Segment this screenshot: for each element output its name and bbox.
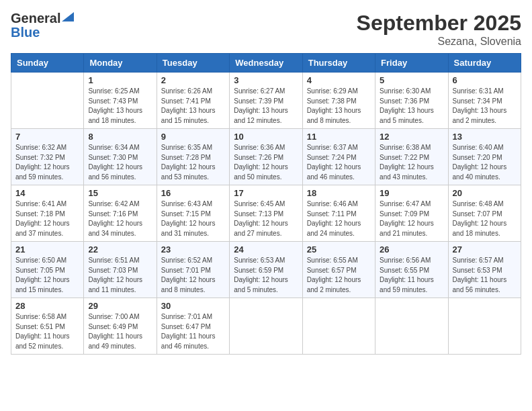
- day-info: Sunrise: 6:37 AMSunset: 7:24 PMDaylight:…: [307, 143, 371, 182]
- day-number: 20: [453, 188, 517, 198]
- logo: General Blue: [11, 11, 74, 39]
- day-number: 9: [161, 132, 225, 142]
- col-monday: Monday: [84, 54, 157, 73]
- day-number: 19: [380, 188, 443, 198]
- calendar-week-row: 21 Sunrise: 6:50 AMSunset: 7:05 PMDaylig…: [11, 242, 521, 298]
- page-header: General Blue September 2025 Sezana, Slov…: [11, 11, 521, 48]
- table-row: 2 Sunrise: 6:26 AMSunset: 7:41 PMDayligh…: [157, 73, 229, 129]
- table-row: 14 Sunrise: 6:41 AMSunset: 7:18 PMDaylig…: [11, 185, 84, 242]
- day-info: Sunrise: 6:46 AMSunset: 7:11 PMDaylight:…: [307, 199, 371, 238]
- day-info: Sunrise: 6:47 AMSunset: 7:09 PMDaylight:…: [380, 199, 443, 238]
- day-info: Sunrise: 6:52 AMSunset: 7:01 PMDaylight:…: [161, 256, 225, 295]
- day-info: Sunrise: 6:56 AMSunset: 6:55 PMDaylight:…: [380, 256, 443, 295]
- calendar-week-row: 1 Sunrise: 6:25 AMSunset: 7:43 PMDayligh…: [11, 73, 521, 129]
- title-block: September 2025 Sezana, Slovenia: [357, 11, 521, 48]
- day-number: 18: [307, 188, 371, 198]
- day-info: Sunrise: 6:40 AMSunset: 7:20 PMDaylight:…: [453, 143, 517, 182]
- calendar-table: Sunday Monday Tuesday Wednesday Thursday…: [11, 53, 521, 355]
- day-number: 4: [307, 75, 371, 85]
- day-number: 27: [453, 244, 517, 255]
- table-row: 15 Sunrise: 6:42 AMSunset: 7:16 PMDaylig…: [84, 185, 157, 242]
- day-number: 16: [161, 188, 225, 198]
- col-thursday: Thursday: [302, 54, 375, 73]
- table-row: 16 Sunrise: 6:43 AMSunset: 7:15 PMDaylig…: [157, 185, 229, 242]
- day-info: Sunrise: 6:42 AMSunset: 7:16 PMDaylight:…: [88, 199, 152, 238]
- table-row: 6 Sunrise: 6:31 AMSunset: 7:34 PMDayligh…: [448, 73, 521, 129]
- table-row: 27 Sunrise: 6:57 AMSunset: 6:53 PMDaylig…: [448, 242, 521, 298]
- table-row: 7 Sunrise: 6:32 AMSunset: 7:32 PMDayligh…: [11, 129, 84, 185]
- table-row: 17 Sunrise: 6:45 AMSunset: 7:13 PMDaylig…: [230, 185, 302, 242]
- table-row: 30 Sunrise: 7:01 AMSunset: 6:47 PMDaylig…: [157, 298, 229, 355]
- table-row: 24 Sunrise: 6:53 AMSunset: 6:59 PMDaylig…: [230, 242, 302, 298]
- table-row: [230, 298, 302, 355]
- table-row: 22 Sunrise: 6:51 AMSunset: 7:03 PMDaylig…: [84, 242, 157, 298]
- day-number: 8: [88, 132, 152, 142]
- table-row: 20 Sunrise: 6:48 AMSunset: 7:07 PMDaylig…: [448, 185, 521, 242]
- day-number: 29: [88, 301, 152, 311]
- day-number: 25: [307, 244, 371, 255]
- day-number: 28: [15, 301, 79, 311]
- table-row: 18 Sunrise: 6:46 AMSunset: 7:11 PMDaylig…: [302, 185, 375, 242]
- day-info: Sunrise: 6:38 AMSunset: 7:22 PMDaylight:…: [380, 143, 443, 182]
- calendar-title: September 2025: [357, 11, 521, 36]
- day-number: 21: [15, 244, 79, 255]
- col-tuesday: Tuesday: [157, 54, 229, 73]
- table-row: 13 Sunrise: 6:40 AMSunset: 7:20 PMDaylig…: [448, 129, 521, 185]
- day-info: Sunrise: 6:58 AMSunset: 6:51 PMDaylight:…: [15, 312, 79, 351]
- day-info: Sunrise: 6:51 AMSunset: 7:03 PMDaylight:…: [88, 256, 152, 295]
- day-info: Sunrise: 6:36 AMSunset: 7:26 PMDaylight:…: [234, 143, 298, 182]
- table-row: 25 Sunrise: 6:55 AMSunset: 6:57 PMDaylig…: [302, 242, 375, 298]
- day-number: 7: [15, 132, 79, 142]
- day-number: 22: [88, 244, 152, 255]
- logo-icon: [62, 9, 74, 21]
- table-row: 11 Sunrise: 6:37 AMSunset: 7:24 PMDaylig…: [302, 129, 375, 185]
- svg-marker-0: [62, 12, 74, 21]
- day-number: 6: [453, 75, 517, 85]
- logo-blue-text: Blue: [11, 26, 40, 39]
- day-number: 12: [380, 132, 443, 142]
- day-info: Sunrise: 6:48 AMSunset: 7:07 PMDaylight:…: [453, 199, 517, 238]
- table-row: 1 Sunrise: 6:25 AMSunset: 7:43 PMDayligh…: [84, 73, 157, 129]
- day-number: 26: [380, 244, 443, 255]
- col-wednesday: Wednesday: [230, 54, 302, 73]
- calendar-week-row: 7 Sunrise: 6:32 AMSunset: 7:32 PMDayligh…: [11, 129, 521, 185]
- table-row: 19 Sunrise: 6:47 AMSunset: 7:09 PMDaylig…: [375, 185, 448, 242]
- table-row: 12 Sunrise: 6:38 AMSunset: 7:22 PMDaylig…: [375, 129, 448, 185]
- day-info: Sunrise: 6:27 AMSunset: 7:39 PMDaylight:…: [234, 87, 298, 126]
- day-info: Sunrise: 6:26 AMSunset: 7:41 PMDaylight:…: [161, 87, 225, 126]
- col-saturday: Saturday: [448, 54, 521, 73]
- day-number: 14: [15, 188, 79, 198]
- day-number: 11: [307, 132, 371, 142]
- day-info: Sunrise: 7:00 AMSunset: 6:49 PMDaylight:…: [88, 312, 152, 351]
- day-number: 17: [234, 188, 298, 198]
- table-row: 9 Sunrise: 6:35 AMSunset: 7:28 PMDayligh…: [157, 129, 229, 185]
- table-row: 4 Sunrise: 6:29 AMSunset: 7:38 PMDayligh…: [302, 73, 375, 129]
- table-row: 8 Sunrise: 6:34 AMSunset: 7:30 PMDayligh…: [84, 129, 157, 185]
- calendar-week-row: 28 Sunrise: 6:58 AMSunset: 6:51 PMDaylig…: [11, 298, 521, 355]
- table-row: 21 Sunrise: 6:50 AMSunset: 7:05 PMDaylig…: [11, 242, 84, 298]
- day-info: Sunrise: 6:53 AMSunset: 6:59 PMDaylight:…: [234, 256, 298, 295]
- table-row: 10 Sunrise: 6:36 AMSunset: 7:26 PMDaylig…: [230, 129, 302, 185]
- day-info: Sunrise: 6:30 AMSunset: 7:36 PMDaylight:…: [380, 87, 443, 126]
- col-friday: Friday: [375, 54, 448, 73]
- day-number: 10: [234, 132, 298, 142]
- col-sunday: Sunday: [11, 54, 84, 73]
- calendar-header-row: Sunday Monday Tuesday Wednesday Thursday…: [11, 54, 521, 73]
- day-number: 5: [380, 75, 443, 85]
- table-row: 5 Sunrise: 6:30 AMSunset: 7:36 PMDayligh…: [375, 73, 448, 129]
- table-row: 28 Sunrise: 6:58 AMSunset: 6:51 PMDaylig…: [11, 298, 84, 355]
- day-info: Sunrise: 6:29 AMSunset: 7:38 PMDaylight:…: [307, 87, 371, 126]
- table-row: [302, 298, 375, 355]
- day-number: 2: [161, 75, 225, 85]
- table-row: 23 Sunrise: 6:52 AMSunset: 7:01 PMDaylig…: [157, 242, 229, 298]
- day-info: Sunrise: 6:31 AMSunset: 7:34 PMDaylight:…: [453, 87, 517, 126]
- day-number: 13: [453, 132, 517, 142]
- day-info: Sunrise: 6:35 AMSunset: 7:28 PMDaylight:…: [161, 143, 225, 182]
- table-row: [11, 73, 84, 129]
- table-row: 29 Sunrise: 7:00 AMSunset: 6:49 PMDaylig…: [84, 298, 157, 355]
- day-info: Sunrise: 6:41 AMSunset: 7:18 PMDaylight:…: [15, 199, 79, 238]
- day-info: Sunrise: 7:01 AMSunset: 6:47 PMDaylight:…: [161, 312, 225, 351]
- day-info: Sunrise: 6:43 AMSunset: 7:15 PMDaylight:…: [161, 199, 225, 238]
- day-info: Sunrise: 6:50 AMSunset: 7:05 PMDaylight:…: [15, 256, 79, 295]
- day-info: Sunrise: 6:57 AMSunset: 6:53 PMDaylight:…: [453, 256, 517, 295]
